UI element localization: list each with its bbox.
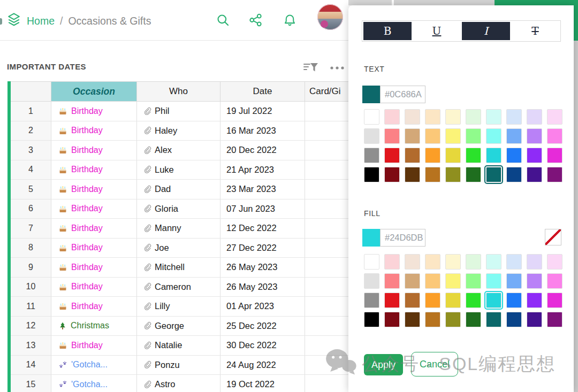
color-swatch-1f7bf7[interactable] <box>506 148 522 163</box>
row-number[interactable]: 14 <box>11 356 51 375</box>
occasion-cell[interactable]: Birthday <box>51 180 137 199</box>
color-swatch-fb81ea[interactable] <box>547 273 562 289</box>
date-cell[interactable]: 24 Aug 2022 <box>220 356 305 375</box>
color-swatch-cffbf5[interactable] <box>486 109 501 125</box>
underline-toggle-button[interactable]: U <box>413 22 461 40</box>
color-swatch-8f8f8f[interactable] <box>364 293 379 308</box>
color-swatch-90fb8c[interactable] <box>466 128 481 144</box>
occasion-cell[interactable]: Birthday <box>51 160 137 180</box>
row-number[interactable]: 4 <box>11 160 51 180</box>
color-swatch-24d6db[interactable] <box>486 293 501 308</box>
occasion-cell[interactable]: Birthday <box>51 336 137 356</box>
color-swatch-fbd7f6[interactable] <box>547 254 562 270</box>
color-swatch-e62bd9[interactable] <box>547 148 562 163</box>
color-swatch-2be22b[interactable] <box>466 148 481 163</box>
color-swatch-d4e4fa[interactable] <box>506 254 522 270</box>
color-swatch-e0e0e0[interactable] <box>364 128 379 144</box>
row-number[interactable]: 10 <box>11 278 51 297</box>
date-cell[interactable]: 16 Mar 2023 <box>220 121 305 141</box>
color-swatch-8f2bf7[interactable] <box>527 293 542 308</box>
color-swatch-7e0a13[interactable] <box>384 312 400 327</box>
fill-hex-input[interactable]: #24D6DB <box>380 229 425 247</box>
color-swatch-24d6db[interactable] <box>486 148 501 163</box>
color-swatch-fb9e27[interactable] <box>425 293 440 308</box>
filter-icon[interactable] <box>302 60 320 76</box>
row-number[interactable]: 15 <box>11 375 51 392</box>
color-swatch-7e0a13[interactable] <box>384 167 400 182</box>
date-cell[interactable]: 07 Jun 2023 <box>220 199 305 219</box>
color-swatch-7e137a[interactable] <box>547 312 562 327</box>
bold-toggle-button[interactable]: B <box>363 22 412 40</box>
who-cell[interactable]: Dad <box>137 180 220 199</box>
who-cell[interactable]: Phil <box>137 102 220 121</box>
color-swatch-e2d7fa[interactable] <box>527 254 542 270</box>
color-swatch-e6d73b[interactable] <box>445 293 461 308</box>
who-cell[interactable]: Gloria <box>137 199 220 219</box>
apply-button[interactable]: Apply <box>364 354 403 375</box>
row-number[interactable]: 3 <box>11 141 51 160</box>
color-swatch-f3e3d7[interactable] <box>405 109 420 125</box>
color-swatch-0c686a[interactable] <box>486 167 501 182</box>
color-swatch-1f7bf7[interactable] <box>506 293 522 308</box>
color-swatch-e2d7fa[interactable] <box>527 109 542 125</box>
row-number[interactable]: 8 <box>11 239 51 258</box>
color-swatch-fce6c4[interactable] <box>425 109 440 125</box>
date-cell[interactable]: 19 Oct 2022 <box>220 375 305 392</box>
text-hex-input[interactable]: #0C686A <box>380 86 425 103</box>
color-swatch-dff8df[interactable] <box>466 109 481 125</box>
who-cell[interactable]: Natalie <box>137 336 220 356</box>
vertical-scrollbar[interactable] <box>574 41 578 392</box>
color-swatch-8f8f1f[interactable] <box>445 312 461 327</box>
color-swatch-8f8f8f[interactable] <box>364 148 379 163</box>
who-cell[interactable]: George <box>137 317 220 336</box>
color-swatch-000000[interactable] <box>364 167 379 182</box>
color-swatch-fb9e27[interactable] <box>425 148 440 163</box>
color-swatch-fb8186[interactable] <box>384 273 400 289</box>
who-cell[interactable]: Cameron <box>137 278 220 297</box>
occasion-cell[interactable]: Birthday <box>51 258 137 278</box>
row-number[interactable]: 2 <box>11 121 51 141</box>
occasion-cell[interactable]: 'Gotcha... <box>51 375 137 392</box>
color-swatch-fbf378[interactable] <box>445 128 461 144</box>
color-swatch-0c686a[interactable] <box>486 312 501 327</box>
color-swatch-e0e0e0[interactable] <box>364 273 379 289</box>
color-swatch-8f8f1f[interactable] <box>445 167 461 182</box>
row-number[interactable]: 1 <box>11 102 51 121</box>
color-swatch-81fbf3[interactable] <box>486 128 501 144</box>
color-swatch-000000[interactable] <box>364 312 379 327</box>
color-swatch-74acf7[interactable] <box>506 273 522 289</box>
color-swatch-fbc878[interactable] <box>425 273 440 289</box>
color-swatch-2be22b[interactable] <box>466 293 481 308</box>
color-swatch-90fb8c[interactable] <box>466 273 481 289</box>
row-number[interactable]: 7 <box>11 219 51 239</box>
color-swatch-fbd7f6[interactable] <box>547 109 562 125</box>
column-header-rownum[interactable] <box>11 81 51 102</box>
color-swatch-0a4489[interactable] <box>506 312 522 327</box>
color-swatch-fbf378[interactable] <box>445 273 461 289</box>
date-cell[interactable]: 23 Mar 2023 <box>220 180 305 199</box>
occasion-cell[interactable]: Birthday <box>51 102 137 121</box>
who-cell[interactable]: Joe <box>137 239 220 258</box>
who-cell[interactable]: Alex <box>137 141 220 160</box>
date-cell[interactable]: 25 Dec 2022 <box>220 317 305 336</box>
color-swatch-fdf6cf[interactable] <box>445 254 461 270</box>
occasion-cell[interactable]: 'Gotcha... <box>51 356 137 375</box>
row-number[interactable]: 5 <box>11 180 51 199</box>
color-swatch-b981f7[interactable] <box>527 128 542 144</box>
color-swatch-b26b2d[interactable] <box>405 148 420 163</box>
color-swatch-ffffff[interactable] <box>364 109 379 125</box>
column-header-who[interactable]: Who <box>137 81 220 102</box>
italic-toggle-button[interactable]: I <box>462 22 510 40</box>
color-swatch-e62bd9[interactable] <box>547 293 562 308</box>
row-number[interactable]: 12 <box>11 317 51 336</box>
color-swatch-e6d73b[interactable] <box>445 148 461 163</box>
date-cell[interactable]: 19 Jul 2022 <box>220 102 305 121</box>
color-swatch-b26b2d[interactable] <box>405 293 420 308</box>
color-swatch-7e137a[interactable] <box>547 167 562 182</box>
occasion-cell[interactable]: Birthday <box>51 219 137 239</box>
color-swatch-dff8df[interactable] <box>466 254 481 270</box>
row-number[interactable]: 6 <box>11 199 51 219</box>
who-cell[interactable]: Haley <box>137 121 220 141</box>
color-swatch-fbd3d8[interactable] <box>384 109 400 125</box>
who-cell[interactable]: Manny <box>137 219 220 239</box>
